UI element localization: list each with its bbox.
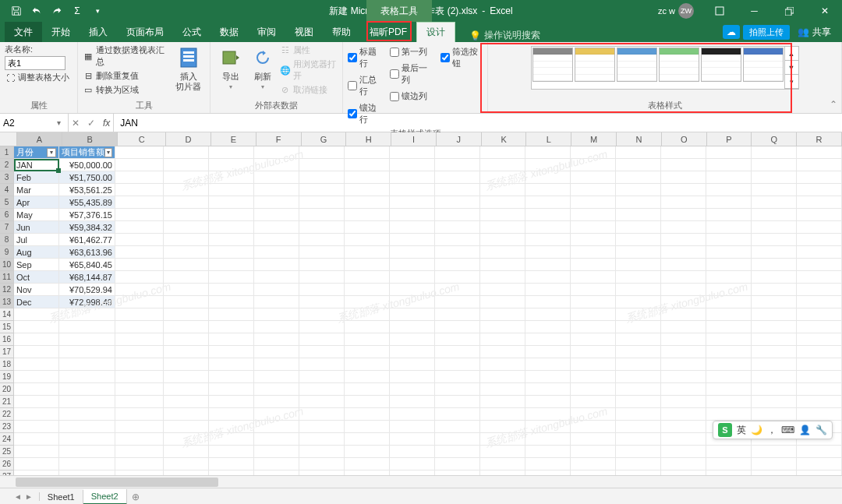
col-header[interactable]: D: [166, 132, 211, 146]
cell[interactable]: [661, 259, 706, 271]
cell[interactable]: [571, 358, 616, 371]
row-header[interactable]: 22: [0, 408, 13, 421]
cell[interactable]: [661, 421, 706, 433]
cell[interactable]: [706, 408, 752, 421]
cell[interactable]: [299, 446, 345, 458]
cell[interactable]: [390, 383, 435, 396]
cell[interactable]: [525, 184, 571, 196]
cell[interactable]: [254, 346, 299, 358]
cell[interactable]: [390, 296, 435, 308]
filter-dropdown-icon[interactable]: ▾: [104, 148, 112, 157]
banded-rows-checkbox[interactable]: 镶边行: [348, 101, 382, 126]
cell[interactable]: [345, 271, 390, 284]
cell[interactable]: [209, 421, 254, 433]
cell[interactable]: [571, 234, 616, 246]
cell[interactable]: [435, 184, 480, 196]
cell[interactable]: [254, 296, 299, 308]
cell[interactable]: [661, 396, 706, 408]
cell[interactable]: [209, 333, 254, 346]
cell[interactable]: [571, 446, 616, 458]
cell[interactable]: [14, 346, 59, 358]
cell[interactable]: [797, 234, 842, 246]
cell[interactable]: Jul: [14, 234, 59, 246]
cell[interactable]: [254, 159, 299, 171]
style-thumb[interactable]: [743, 48, 784, 82]
cell[interactable]: [209, 383, 254, 396]
cell[interactable]: [616, 171, 661, 184]
select-all-corner[interactable]: [0, 132, 17, 146]
cell[interactable]: [299, 333, 345, 346]
cell[interactable]: [390, 321, 435, 333]
cell[interactable]: [706, 371, 752, 383]
cell[interactable]: [345, 196, 390, 209]
cell[interactable]: [661, 296, 706, 308]
cell[interactable]: [661, 383, 706, 396]
cell[interactable]: [345, 321, 390, 333]
cell[interactable]: [14, 371, 59, 383]
cell[interactable]: [797, 246, 842, 259]
cell[interactable]: [299, 296, 345, 308]
cell[interactable]: [571, 308, 616, 321]
cell[interactable]: [616, 383, 661, 396]
cell[interactable]: [752, 246, 797, 259]
cell[interactable]: [616, 271, 661, 284]
cell[interactable]: [661, 321, 706, 333]
gallery-up-icon[interactable]: ▲: [785, 47, 798, 61]
ime-settings-icon[interactable]: 🔧: [815, 425, 827, 435]
cell[interactable]: [254, 234, 299, 246]
cell[interactable]: [616, 221, 661, 234]
horizontal-scrollbar[interactable]: [0, 475, 842, 488]
minimize-icon[interactable]: ─: [737, 0, 772, 22]
cell[interactable]: [752, 446, 797, 458]
cell[interactable]: [435, 259, 480, 271]
cell[interactable]: [435, 246, 480, 259]
cell[interactable]: [115, 146, 164, 159]
cell[interactable]: [480, 346, 525, 358]
cell[interactable]: [115, 159, 164, 171]
cell[interactable]: [115, 296, 164, 308]
ime-toolbar[interactable]: S 英 🌙 ， ⌨ 👤 🔧: [713, 421, 833, 439]
cell[interactable]: [435, 146, 480, 159]
cell[interactable]: [59, 308, 115, 321]
cell[interactable]: [706, 346, 752, 358]
cell[interactable]: [752, 184, 797, 196]
cell[interactable]: [480, 383, 525, 396]
tell-me-search[interactable]: 💡 操作说明搜索: [469, 29, 540, 42]
cell[interactable]: [164, 234, 209, 246]
cell[interactable]: [752, 146, 797, 159]
row-header[interactable]: 4: [0, 184, 13, 196]
cell[interactable]: [752, 396, 797, 408]
col-header[interactable]: H: [346, 132, 391, 146]
cell[interactable]: [480, 259, 525, 271]
user-account[interactable]: zc w ZW: [658, 3, 694, 19]
cell[interactable]: ¥59,384.32: [59, 221, 115, 234]
cell[interactable]: [254, 246, 299, 259]
cell[interactable]: [209, 159, 254, 171]
cell[interactable]: [571, 284, 616, 296]
cell[interactable]: [299, 284, 345, 296]
row-header[interactable]: 12: [0, 284, 13, 296]
cell[interactable]: [571, 421, 616, 433]
cell[interactable]: May: [14, 209, 59, 221]
cell[interactable]: [571, 346, 616, 358]
cell[interactable]: [752, 284, 797, 296]
cell[interactable]: [164, 246, 209, 259]
cell[interactable]: ¥63,613.96: [59, 246, 115, 259]
cell[interactable]: [706, 446, 752, 458]
cell[interactable]: [797, 171, 842, 184]
cell[interactable]: [209, 358, 254, 371]
cell[interactable]: [752, 358, 797, 371]
cell[interactable]: [435, 171, 480, 184]
cell[interactable]: [435, 396, 480, 408]
cell[interactable]: [345, 159, 390, 171]
cell[interactable]: [571, 146, 616, 159]
cell[interactable]: [706, 209, 752, 221]
cell[interactable]: [164, 308, 209, 321]
cell[interactable]: [345, 421, 390, 433]
cell[interactable]: [435, 383, 480, 396]
cell[interactable]: [480, 321, 525, 333]
cell[interactable]: [480, 358, 525, 371]
cell[interactable]: [480, 371, 525, 383]
cell[interactable]: [661, 284, 706, 296]
cell[interactable]: [390, 433, 435, 446]
